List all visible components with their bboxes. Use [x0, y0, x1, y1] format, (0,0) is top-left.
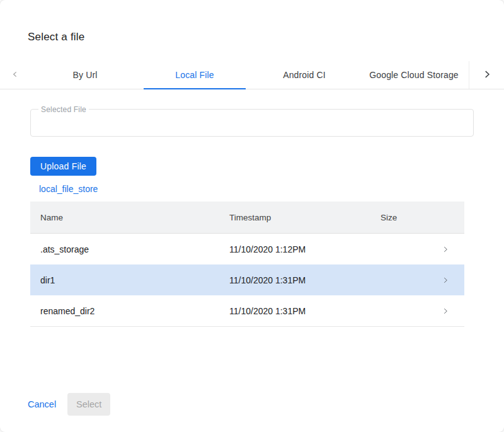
tab-google-cloud-storage[interactable]: Google Cloud Storage — [359, 61, 469, 89]
tab-list: By Url Local File Android CI Google Clou… — [30, 61, 469, 89]
tabs-scroll-left-button[interactable] — [0, 61, 30, 89]
file-timestamp: 11/10/2020 1:12PM — [229, 244, 381, 254]
row-chevron-right-icon[interactable] — [427, 276, 464, 285]
table-row[interactable]: .ats_storage 11/10/2020 1:12PM — [30, 234, 464, 264]
chevron-right-icon — [481, 69, 493, 82]
tab-bar: By Url Local File Android CI Google Clou… — [0, 61, 504, 89]
file-name: .ats_storage — [30, 244, 229, 254]
column-header-size: Size — [381, 213, 427, 222]
file-timestamp: 11/10/2020 1:31PM — [229, 306, 381, 316]
dialog-footer: Cancel Select — [28, 393, 504, 416]
tab-android-ci[interactable]: Android CI — [249, 61, 359, 89]
selected-file-input[interactable] — [31, 110, 473, 136]
select-button[interactable]: Select — [67, 393, 110, 416]
file-name: dir1 — [30, 275, 229, 285]
chevron-left-icon — [10, 69, 20, 81]
upload-file-button[interactable]: Upload File — [30, 157, 96, 176]
table-row[interactable]: renamed_dir2 11/10/2020 1:31PM — [30, 295, 464, 326]
column-header-name: Name — [30, 213, 229, 222]
selected-file-field-label: Selected File — [38, 105, 89, 114]
file-table: Name Timestamp Size .ats_storage 11/10/2… — [30, 202, 464, 327]
tab-local-file[interactable]: Local File — [140, 61, 249, 89]
cancel-button[interactable]: Cancel — [28, 399, 56, 409]
table-header-row: Name Timestamp Size — [30, 202, 464, 234]
row-chevron-right-icon[interactable] — [427, 307, 464, 315]
selected-file-field: Selected File — [30, 109, 474, 137]
file-name: renamed_dir2 — [30, 306, 229, 316]
tab-by-url[interactable]: By Url — [30, 61, 140, 89]
row-chevron-right-icon[interactable] — [427, 245, 464, 254]
select-file-dialog: Select a file By Url Local File Android … — [0, 0, 504, 432]
table-row[interactable]: dir1 11/10/2020 1:31PM — [30, 264, 464, 295]
tabs-scroll-right-button[interactable] — [469, 61, 504, 89]
dialog-title: Select a file — [28, 30, 504, 44]
local-file-store-link[interactable]: local_file_store — [39, 184, 98, 194]
column-header-timestamp: Timestamp — [229, 213, 381, 222]
file-timestamp: 11/10/2020 1:31PM — [229, 275, 381, 285]
